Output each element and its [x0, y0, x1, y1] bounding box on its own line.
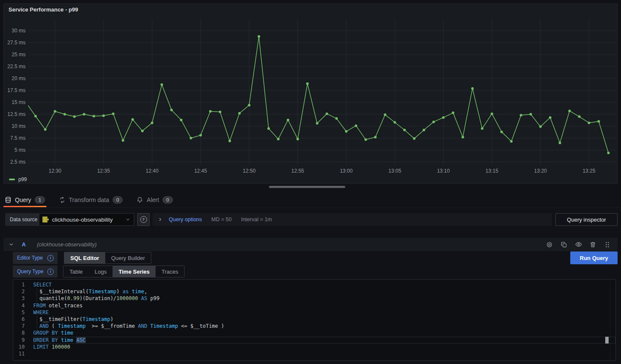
editor-type-label-chip: Editor Type i	[13, 252, 58, 264]
legend-series-label: p99	[18, 176, 27, 182]
x-axis-tick-label: 13:10	[437, 168, 450, 174]
editor-type-label: Editor Type	[17, 255, 43, 261]
indent-guide	[37, 288, 37, 302]
query-type-option-time-series[interactable]: Time Series	[113, 266, 156, 277]
code-line: SELECT	[33, 281, 615, 288]
line-number: 1	[13, 281, 30, 288]
horizontal-scrollbar-thumb[interactable]	[269, 186, 345, 188]
data-point	[170, 109, 173, 111]
query-type-option-table[interactable]: Table	[64, 266, 89, 277]
datasource-help-button[interactable]: ?	[137, 213, 150, 226]
data-point	[151, 121, 153, 124]
query-options-toggle[interactable]: Query options	[169, 217, 202, 222]
data-point	[588, 121, 590, 124]
line-number: 3	[13, 295, 30, 302]
data-point	[83, 113, 85, 116]
data-point	[92, 115, 95, 118]
tab-alert[interactable]: Alert 0	[135, 193, 174, 207]
query-type-option-traces[interactable]: Traces	[156, 266, 184, 277]
data-point	[529, 113, 532, 116]
concentric-circles-icon	[546, 241, 553, 248]
line-number: 2	[13, 288, 30, 295]
editor-type-option-sql-editor[interactable]: SQL Editor	[64, 252, 105, 263]
database-icon	[5, 196, 12, 203]
data-point	[102, 114, 105, 117]
data-point	[481, 127, 483, 130]
code-token: FROM	[33, 303, 46, 309]
code-token: <= $__toTime )	[178, 323, 224, 329]
code-token: SELECT	[33, 282, 52, 288]
legend-item-p99[interactable]: p99	[9, 176, 27, 182]
code-token: WHERE	[33, 309, 49, 315]
code-token: 0.99	[67, 295, 79, 301]
y-axis-tick-label: 12.5 ms	[7, 111, 26, 117]
y-axis-tick-label: 15 ms	[12, 99, 26, 105]
y-axis-tick-label: 30 ms	[12, 28, 26, 34]
tab-label: Query	[15, 196, 31, 203]
x-axis-tick-label: 13:15	[485, 168, 498, 174]
data-point	[355, 124, 357, 127]
data-point	[257, 35, 260, 38]
data-point	[64, 113, 66, 116]
hide-query-button[interactable]	[573, 240, 583, 250]
data-point	[34, 115, 37, 118]
editor-type-option-query-builder[interactable]: Query Builder	[105, 252, 151, 263]
y-axis-tick-label: 25 ms	[12, 52, 26, 58]
sql-code-editor[interactable]: 1234567891011 SELECT $__timeInterval(Tim…	[13, 279, 616, 361]
info-circle-icon[interactable]: i	[47, 269, 54, 275]
query-inspector-button[interactable]: Query inspector	[555, 213, 618, 226]
run-query-button[interactable]: Run Query	[570, 251, 618, 264]
code-content: SELECT $__timeInterval(Timestamp) as tim…	[30, 280, 615, 360]
y-axis-tick-label: 27.5 ms	[7, 40, 26, 46]
code-token	[147, 323, 150, 329]
data-point	[267, 127, 270, 130]
x-axis-tick-label: 12:35	[97, 168, 110, 174]
x-axis-tick-label: 13:20	[534, 168, 547, 174]
code-line: WHERE	[33, 309, 615, 316]
data-point	[384, 113, 387, 116]
data-point	[393, 121, 396, 124]
y-axis-tick-label: 10 ms	[12, 123, 26, 129]
x-axis-tick-label: 12:50	[243, 168, 256, 174]
code-token: Timestamp	[150, 323, 178, 329]
collapse-chevron-down-icon[interactable]	[9, 242, 14, 247]
data-point	[131, 118, 134, 121]
data-point	[190, 137, 192, 139]
y-axis-tick-label: 7.5 ms	[10, 135, 26, 141]
code-token: Timestamp	[58, 323, 86, 329]
code-token: 1000000	[116, 295, 138, 301]
query-type-option-logs[interactable]: Logs	[89, 266, 113, 277]
delete-query-button[interactable]	[588, 240, 598, 250]
code-token: time	[132, 289, 144, 295]
x-axis-tick-label: 13:25	[583, 168, 595, 174]
datasource-picker[interactable]: clickhouse-observability	[39, 213, 134, 226]
info-circle-icon[interactable]: i	[47, 255, 54, 261]
data-point	[209, 110, 212, 113]
editor-scrollbar-track[interactable]	[610, 280, 610, 360]
data-point	[510, 140, 513, 143]
data-point	[228, 140, 231, 142]
panel-editor-tabs: Query 1 Transform data 0 Alert 0	[3, 193, 174, 207]
code-token: quantile(	[33, 295, 67, 301]
query-history-button[interactable]	[544, 240, 555, 250]
duplicate-query-button[interactable]	[559, 240, 569, 250]
line-number: 9	[13, 337, 30, 344]
data-point	[73, 116, 76, 118]
line-number: 10	[13, 344, 30, 350]
trash-icon	[589, 241, 596, 248]
tab-count-badge: 0	[162, 196, 173, 204]
code-token: AND	[138, 323, 147, 329]
drag-handle[interactable]	[602, 240, 612, 250]
code-line	[33, 350, 615, 357]
code-token: otel_traces	[46, 303, 83, 309]
chevron-right-icon[interactable]	[158, 217, 163, 222]
datasource-value: clickhouse-observability	[52, 217, 113, 223]
code-line: $__timeFilter(Timestamp)	[33, 316, 615, 323]
tab-query[interactable]: Query 1	[3, 193, 46, 207]
data-point	[491, 113, 493, 115]
code-token: LIMIT	[33, 344, 49, 350]
tab-transform-data[interactable]: Transform data 0	[58, 193, 124, 207]
query-type-switch: TableLogsTime SeriesTraces	[63, 266, 185, 277]
overview-ruler-cursor-marker	[605, 337, 609, 344]
datasource-label: Data source	[5, 213, 42, 226]
